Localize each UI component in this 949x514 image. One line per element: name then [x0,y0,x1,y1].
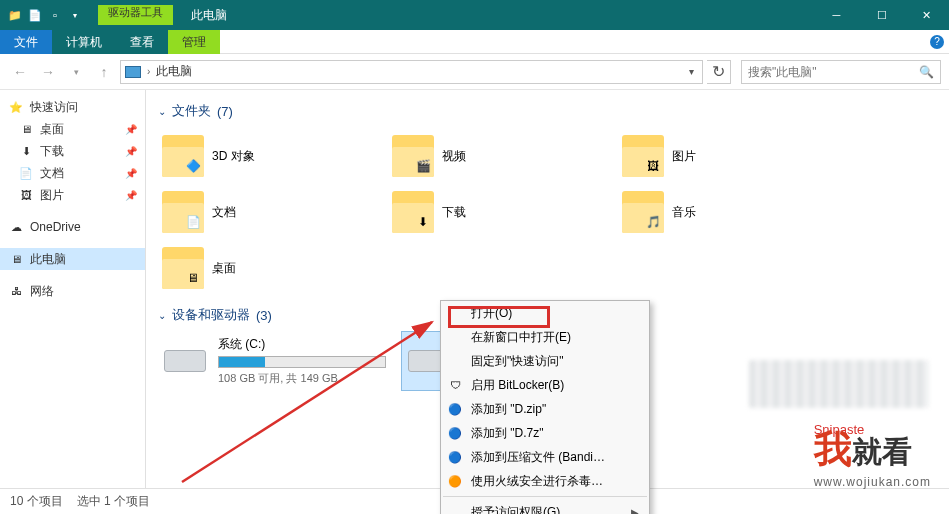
close-button[interactable]: ✕ [904,0,949,30]
sidebar-network[interactable]: 🖧 网络 [0,280,145,302]
cloud-icon: ☁ [8,219,24,235]
folder-label: 文档 [212,204,236,221]
group-folders-header[interactable]: ⌄ 文件夹 (7) [158,102,937,120]
pc-icon [125,66,141,78]
sidebar-item[interactable]: 🖼图片📌 [0,184,145,206]
folder-icon: 📄 [162,191,204,233]
group-label: 文件夹 [172,102,211,120]
up-button[interactable]: ↑ [92,60,116,84]
tab-computer[interactable]: 计算机 [52,30,116,54]
tab-view[interactable]: 查看 [116,30,168,54]
qat-icon[interactable]: ▫ [46,6,64,24]
save-icon[interactable]: 📄 [26,6,44,24]
drive-item[interactable]: 系统 (C:)108 GB 可用, 共 149 GB [158,332,390,390]
menu-separator [443,496,647,497]
forward-button[interactable]: → [36,60,60,84]
status-selection: 选中 1 个项目 [77,493,150,510]
back-button[interactable]: ← [8,60,32,84]
folder-item[interactable]: 🎬视频 [388,128,618,184]
pin-icon: 📌 [125,124,137,135]
blurred-icon [749,360,929,408]
drive-subtitle: 108 GB 可用, 共 149 GB [218,371,386,386]
help-button[interactable]: ? [925,30,949,54]
download-icon: ⬇ [18,143,34,159]
folder-item[interactable]: 🖥桌面 [158,240,388,296]
menu-item-label: 固定到"快速访问" [471,353,564,370]
context-menu-item[interactable]: 🔵添加到 "D.7z" [441,421,649,445]
menu-item-icon: 🔵 [447,425,463,441]
maximize-button[interactable]: ☐ [859,0,904,30]
folder-label: 桌面 [212,260,236,277]
pc-icon: 🖥 [8,251,24,267]
folder-item[interactable]: 🎵音乐 [618,184,848,240]
sidebar-item[interactable]: ⬇下载📌 [0,140,145,162]
watermark: 我就看 www.wojiukan.com [814,424,931,489]
folder-icon: 🔷 [162,135,204,177]
folder-label: 音乐 [672,204,696,221]
search-input[interactable] [748,65,919,79]
menu-item-icon: 🟠 [447,473,463,489]
folder-icon: 🖥 [162,247,204,289]
menu-item-icon: 🛡 [447,377,463,393]
menu-item-label: 添加到 "D.7z" [471,425,544,442]
pin-icon: 📌 [125,168,137,179]
context-menu-item[interactable]: 🟠使用火绒安全进行杀毒… [441,469,649,493]
minimize-button[interactable]: ─ [814,0,859,30]
folder-item[interactable]: 🔷3D 对象 [158,128,388,184]
folder-item[interactable]: 🖼图片 [618,128,848,184]
folder-icon: 🎬 [392,135,434,177]
search-box[interactable]: 🔍 [741,60,941,84]
sidebar-onedrive[interactable]: ☁ OneDrive [0,216,145,238]
recent-dropdown[interactable]: ▾ [64,60,88,84]
context-menu-item[interactable]: 打开(O) [441,301,649,325]
folder-icon: 🖼 [622,135,664,177]
qat-dropdown[interactable]: ▾ [66,6,84,24]
folder-label: 下载 [442,204,466,221]
context-menu-item[interactable]: 🛡启用 BitLocker(B) [441,373,649,397]
context-menu-item[interactable]: 🔵添加到压缩文件 (Bandi… [441,445,649,469]
desktop-icon: 🖥 [18,121,34,137]
context-menu-item[interactable]: 在新窗口中打开(E) [441,325,649,349]
folder-item[interactable]: 📄文档 [158,184,388,240]
menu-item-label: 添加到压缩文件 (Bandi… [471,449,605,466]
sidebar-item-label: 图片 [40,187,64,204]
address-dropdown[interactable]: ▾ [685,66,698,77]
menu-item-label: 添加到 "D.zip" [471,401,546,418]
sidebar-item[interactable]: 📄文档📌 [0,162,145,184]
context-menu: 打开(O)在新窗口中打开(E)固定到"快速访问"🛡启用 BitLocker(B)… [440,300,650,514]
folder-item[interactable]: ⬇下载 [388,184,618,240]
address-segment[interactable]: 此电脑 [156,63,192,80]
context-menu-item[interactable]: 🔵添加到 "D.zip" [441,397,649,421]
tab-manage[interactable]: 管理 [168,30,220,54]
context-menu-item[interactable]: 授予访问权限(G)▶ [441,500,649,514]
group-count: (3) [256,308,272,323]
document-icon: 📄 [18,165,34,181]
submenu-arrow-icon: ▶ [631,507,639,515]
group-count: (7) [217,104,233,119]
app-icon: 📁 [6,6,24,24]
sidebar-label: OneDrive [30,220,81,234]
sidebar-quick-access[interactable]: ⭐ 快速访问 [0,96,145,118]
navigation-sidebar: ⭐ 快速访问 🖥桌面📌⬇下载📌📄文档📌🖼图片📌 ☁ OneDrive 🖥 此电脑… [0,90,146,488]
menu-item-label: 使用火绒安全进行杀毒… [471,473,603,490]
context-menu-item[interactable]: 固定到"快速访问" [441,349,649,373]
sidebar-this-pc[interactable]: 🖥 此电脑 [0,248,145,270]
chevron-icon: › [147,66,150,77]
sidebar-item-label: 文档 [40,165,64,182]
menu-item-icon: 🔵 [447,401,463,417]
file-menu[interactable]: 文件 [0,30,52,54]
menu-item-label: 打开(O) [471,305,512,322]
menu-item-icon: 🔵 [447,449,463,465]
address-bar[interactable]: › 此电脑 ▾ [120,60,703,84]
group-label: 设备和驱动器 [172,306,250,324]
sidebar-item[interactable]: 🖥桌面📌 [0,118,145,140]
menu-item-label: 在新窗口中打开(E) [471,329,571,346]
window-title: 此电脑 [191,7,227,24]
sidebar-label: 网络 [30,283,54,300]
drive-title: 系统 (C:) [218,336,386,353]
refresh-button[interactable]: ↻ [707,60,731,84]
pin-icon: 📌 [125,146,137,157]
sidebar-item-label: 下载 [40,143,64,160]
capacity-bar [218,356,386,368]
chevron-down-icon: ⌄ [158,310,166,321]
